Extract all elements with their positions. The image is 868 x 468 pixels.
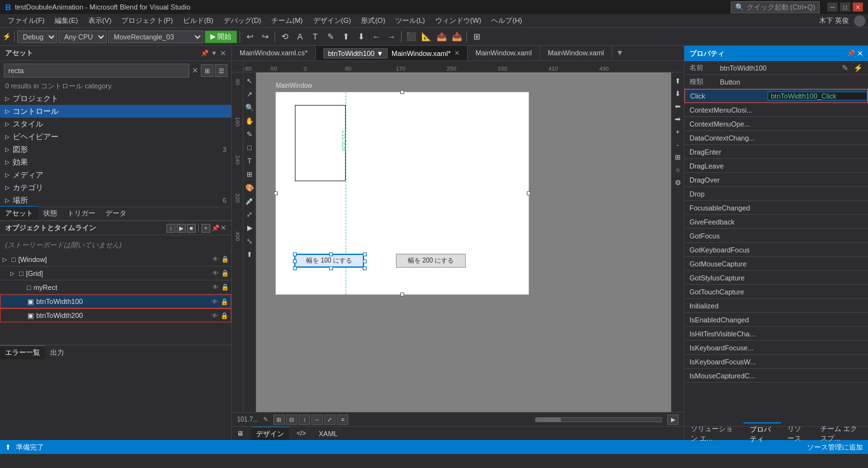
cb-btn-6[interactable]: ≡ (337, 415, 348, 425)
tab-errors[interactable]: エラー一覧 (0, 345, 45, 359)
resize-handle-top[interactable] (400, 90, 404, 94)
pan-tool[interactable]: ✋ (244, 115, 255, 127)
assets-search-input[interactable] (4, 64, 189, 78)
event-row-contextmenuopen[interactable]: ContextMenuOpe... (684, 117, 868, 131)
platform-select[interactable]: Any CPU (58, 31, 107, 43)
right-tool-3[interactable]: ⬅ (672, 100, 684, 112)
event-row-givefeedback[interactable]: GiveFeedback (684, 215, 868, 229)
resize-handle-right[interactable] (527, 191, 531, 195)
lock-icon[interactable]: 🔒 (221, 256, 229, 263)
right-tool-6[interactable]: - (672, 139, 684, 150)
brush-tool[interactable]: ✎ (244, 128, 255, 140)
tab-xaml-cs[interactable]: MainWindow.xaml.cs* (232, 46, 316, 60)
search-box[interactable]: 🔍 クイック起動 (Ctrl+Q) (731, 1, 820, 13)
start-button[interactable]: ▶ デザイン 開始 (205, 31, 237, 43)
category-category[interactable]: ▷ カテゴリ (0, 181, 231, 194)
event-row-gotfocus[interactable]: GotFocus (684, 229, 868, 243)
tab-output[interactable]: 出力 (45, 345, 69, 359)
event-row-ismousecaptured[interactable]: IsMouseCapturedC... (684, 369, 868, 383)
toolbar-icon-14[interactable]: 📥 (450, 31, 464, 43)
grid-lock-icon[interactable]: 🔒 (221, 270, 229, 277)
cb-btn-3[interactable]: ↕ (299, 415, 310, 425)
event-row-dragover[interactable]: DragOver (684, 173, 868, 187)
name-action-icon[interactable]: ⚡ (853, 64, 863, 72)
category-styles[interactable]: ▷ スタイル (0, 118, 231, 130)
name-edit-icon[interactable]: ✎ (842, 64, 848, 72)
tab-close-icon[interactable]: ✕ (454, 50, 459, 57)
right-tool-4[interactable]: ➡ (672, 113, 684, 125)
toolbar-icon-15[interactable]: ⊞ (470, 31, 484, 43)
toolbar-icon-10[interactable]: → (384, 31, 398, 43)
cb-btn-1[interactable]: ⊞ (273, 415, 285, 425)
right-tool-9[interactable]: ⚙ (672, 177, 684, 188)
event-row-ishittest[interactable]: IsHitTestVisibleCha... (684, 327, 868, 341)
h-scrollbar-thumb[interactable] (536, 418, 561, 422)
toolbar-icon-3[interactable]: ⟲ (278, 31, 292, 43)
tab-xaml-active[interactable]: btnToWidth100 ▼ MainWindow.xaml* ✕ (316, 46, 468, 60)
list-view-button[interactable]: ☰ (215, 64, 227, 77)
toolbar-icon-12[interactable]: 📐 (419, 31, 433, 43)
toolbar-icon-7[interactable]: ⬆ (339, 31, 353, 43)
category-behaviors[interactable]: ▷ ビヘイビアー (0, 130, 231, 143)
menu-view[interactable]: 表示(V) (83, 15, 117, 27)
tab-assets[interactable]: アセット (0, 206, 38, 220)
add-keyframe-btn[interactable]: + (201, 224, 210, 233)
cb-btn-4[interactable]: ↔ (311, 415, 323, 425)
event-row-dragleave[interactable]: DragLeave (684, 159, 868, 173)
expand-all-btn[interactable]: ↕ (166, 224, 175, 233)
event-row-isenabled[interactable]: IsEnabledChanged (684, 313, 868, 327)
btn200-lock-icon[interactable]: 🔒 (220, 312, 228, 319)
event-handler-click[interactable]: btnToWidth100_Click (768, 92, 867, 100)
tab-overflow-btn[interactable]: ▼ (613, 46, 628, 60)
assets-pin-icon[interactable]: 📌 (201, 50, 208, 57)
transform-tool[interactable]: ⤢ (244, 209, 255, 220)
event-row-contextmenuclose[interactable]: ContextMenuClosi... (684, 103, 868, 117)
right-tool-1[interactable]: ⬆ (672, 75, 684, 86)
canvas-viewport[interactable]: MainWindow 215.828 (256, 72, 671, 412)
sel-handle-br[interactable] (363, 266, 367, 270)
toolbar-icon-4[interactable]: A (293, 31, 307, 43)
event-row-gotmouse[interactable]: GotMouseCapture (684, 257, 868, 271)
menu-build[interactable]: ビルド(B) (178, 15, 219, 27)
bottom-tab-properties[interactable]: プロパティ (743, 422, 782, 445)
menu-edit[interactable]: 編集(E) (50, 15, 83, 27)
myrect-lock-icon[interactable]: 🔒 (221, 284, 229, 291)
timeline-myrect-node[interactable]: □ myRect 👁 🔒 (0, 280, 231, 294)
sel-handle-ml[interactable] (293, 259, 297, 263)
sel-handle-tr[interactable] (363, 252, 367, 256)
menu-tools[interactable]: ツール(L) (390, 15, 430, 27)
category-location[interactable]: ▷ 場所 6 (0, 194, 231, 207)
toolbar-icon-8[interactable]: ⬇ (354, 31, 368, 43)
animation-tool[interactable]: ▶ (244, 222, 255, 233)
debug-config-select[interactable]: Debug (17, 31, 57, 43)
sel-handle-bc[interactable] (329, 266, 333, 270)
category-controls[interactable]: ▷ コントロール (0, 105, 231, 118)
tab-data[interactable]: データ (100, 206, 132, 220)
search-clear-icon[interactable]: ✕ (192, 66, 198, 75)
event-row-gottouch[interactable]: GotTouchCapture (684, 285, 868, 299)
category-shapes[interactable]: ▷ 図形 3 (0, 143, 231, 156)
resize-handle-left[interactable] (274, 191, 278, 195)
event-row-gotkbd[interactable]: GotKeyboardFocus (684, 243, 868, 257)
storyboard-stop-btn[interactable]: ■ (187, 224, 196, 233)
menu-project[interactable]: プロジェクト(P) (116, 15, 178, 27)
element-dropdown[interactable]: btnToWidth100 ▼ (323, 48, 388, 59)
btn200-visibility-icon[interactable]: 👁 (212, 312, 218, 319)
category-effects[interactable]: ▷ 効果 (0, 156, 231, 169)
category-media[interactable]: ▷ メディア (0, 169, 231, 181)
event-row-drop[interactable]: Drop (684, 187, 868, 201)
assets-close-icon[interactable]: ✕ (220, 49, 226, 58)
h-scrollbar[interactable] (535, 417, 662, 422)
event-row-click[interactable]: Click btnToWidth100_Click (684, 89, 868, 103)
event-row-gotstylus[interactable]: GotStylusCapture (684, 271, 868, 285)
direct-select-tool[interactable]: ↗ (244, 88, 255, 100)
toolbar-icon-9[interactable]: ← (369, 31, 383, 43)
shape-tool[interactable]: □ (244, 142, 255, 153)
project-select[interactable]: MoveRectangle_03 (108, 31, 203, 43)
props-pin-icon[interactable]: 📌 (847, 50, 855, 58)
eyedropper-tool[interactable]: 💉 (244, 195, 255, 207)
bottom-tab-team[interactable]: チーム エクスプ... (814, 423, 868, 444)
grid-visibility-icon[interactable]: 👁 (212, 270, 219, 277)
menu-debug[interactable]: デバッグ(D) (219, 15, 266, 27)
toolbar-icon-5[interactable]: T (308, 31, 322, 43)
